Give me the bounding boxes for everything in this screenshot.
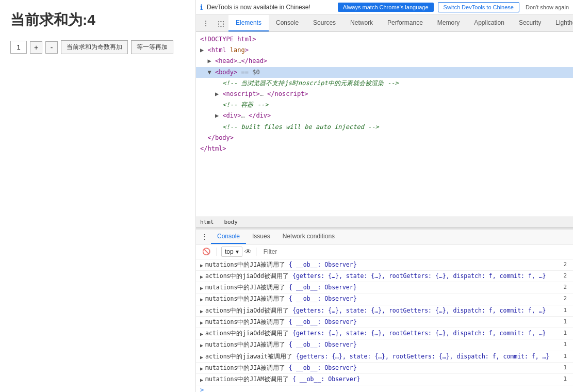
breadcrumb-html[interactable]: html xyxy=(200,219,214,225)
html-line: <!-- 当浏览器不支持js时noscript中的元素就会被渲染 --> xyxy=(196,78,573,89)
log-entry[interactable]: ▶mutations中的JIA被调用了 { __ob__: Observer}1 xyxy=(196,363,573,374)
log-text: actions中的jiawait被调用了 {getters: {…}, stat… xyxy=(205,352,561,361)
log-text: mutations中的JIA被调用了 { __ob__: Observer} xyxy=(205,364,561,372)
tab-elements[interactable]: Elements xyxy=(228,15,269,31)
breadcrumb-body[interactable]: body xyxy=(224,219,238,225)
html-line: </body> xyxy=(196,133,573,143)
log-badge: 1 xyxy=(561,340,569,349)
match-language-button[interactable]: Always match Chrome's language xyxy=(338,3,434,12)
html-line: <!-- 容器 --> xyxy=(196,100,573,110)
tab-network[interactable]: Network xyxy=(343,15,380,31)
tab-security[interactable]: Security xyxy=(512,15,548,31)
console-log[interactable]: ▶mutations中的JIA被调用了 { __ob__: Observer}2… xyxy=(196,259,573,392)
expand-arrow-icon[interactable]: ▶ xyxy=(200,295,203,303)
expand-arrow-icon[interactable]: ▶ xyxy=(200,375,203,384)
expand-arrow-icon[interactable]: ▶ xyxy=(200,260,203,269)
expand-arrow-icon[interactable]: ▶ xyxy=(200,340,203,349)
log-text: actions中的jiaOdd被调用了 {getters: {…}, state… xyxy=(205,329,561,338)
top-selector[interactable]: top ▾ xyxy=(221,247,242,257)
console-prompt[interactable]: > xyxy=(196,385,573,392)
log-text: mutations中的JIA被调用了 { __ob__: Observer} xyxy=(205,340,561,349)
log-badge: 2 xyxy=(561,260,569,269)
html-line: </html> xyxy=(196,143,573,154)
log-entry[interactable]: ▶mutations中的JIA被调用了 { __ob__: Observer}2 xyxy=(196,282,573,293)
log-badge: 1 xyxy=(561,306,569,315)
expand-arrow-icon[interactable]: ▶ xyxy=(200,283,203,292)
notification-bar: ℹ DevTools is now available in Chinese! … xyxy=(196,0,573,15)
console-section: ⋮ Console Issues Network conditions 🚫 to… xyxy=(196,230,573,392)
expand-arrow-icon[interactable]: ▶ xyxy=(200,306,203,315)
menu-icon[interactable]: ⋮ xyxy=(198,16,214,30)
console-tab-network-conditions[interactable]: Network conditions xyxy=(276,230,341,244)
clear-console-button[interactable]: 🚫 xyxy=(200,247,212,256)
html-line: <!DOCTYPE html> xyxy=(196,34,573,45)
log-badge: 1 xyxy=(561,329,569,338)
log-entry[interactable]: ▶actions中的jiaOdd被调用了 {getters: {…}, stat… xyxy=(196,305,573,317)
dont-show-link[interactable]: Don't show again xyxy=(526,4,569,10)
console-menu-icon[interactable]: ⋮ xyxy=(198,231,211,242)
tab-sources[interactable]: Sources xyxy=(306,15,343,31)
log-badge: 2 xyxy=(561,283,569,292)
log-badge: 2 xyxy=(561,295,569,303)
separator2 xyxy=(256,248,256,256)
log-text: mutations中的JIA被调用了 { __ob__: Observer} xyxy=(205,283,561,292)
info-icon: ℹ xyxy=(200,3,203,11)
html-line: <!-- built files will be auto injected -… xyxy=(196,122,573,133)
odd-add-button[interactable]: 当前求和为奇数再加 xyxy=(61,40,128,54)
expand-arrow-icon[interactable]: ▶ xyxy=(200,364,203,372)
html-line: ▶ <noscript>… </noscript> xyxy=(196,89,573,100)
chevron-down-icon: ▾ xyxy=(236,248,239,255)
eye-icon[interactable]: 👁 xyxy=(244,248,252,256)
log-text: actions中的jiaOdd被调用了 {getters: {…}, state… xyxy=(205,272,561,281)
log-entry[interactable]: ▶actions中的jiaOdd被调用了 {getters: {…}, stat… xyxy=(196,271,573,282)
left-panel: 当前求和为:4 1 + - 当前求和为奇数再加 等一等再加 xyxy=(0,0,196,392)
tab-console[interactable]: Console xyxy=(269,15,306,31)
breadcrumb: html body xyxy=(196,217,573,227)
console-tab-console[interactable]: Console xyxy=(211,230,246,244)
tab-application[interactable]: Application xyxy=(467,15,512,31)
log-text: mutations中的JIAM被调用了 { __ob__: Observer} xyxy=(205,375,561,384)
expand-arrow-icon[interactable]: ▶ xyxy=(200,272,203,281)
log-entry[interactable]: ▶mutations中的JIA被调用了 { __ob__: Observer}2 xyxy=(196,293,573,305)
log-text: mutations中的JIA被调用了 { __ob__: Observer} xyxy=(205,295,561,303)
value-display: 1 xyxy=(10,41,27,54)
html-line: ▶ <div>… </div> xyxy=(196,110,573,121)
elements-panel[interactable]: <!DOCTYPE html> ▶ <html lang> ▶ <head>…<… xyxy=(196,32,573,217)
log-badge: 1 xyxy=(561,364,569,372)
increment-button[interactable]: + xyxy=(30,41,42,54)
log-entry[interactable]: ▶actions中的jiaOdd被调用了 {getters: {…}, stat… xyxy=(196,328,573,339)
log-entry[interactable]: ▶mutations中的JIA被调用了 { __ob__: Observer}1 xyxy=(196,339,573,351)
log-badge: 1 xyxy=(561,375,569,384)
decrement-button[interactable]: - xyxy=(45,41,58,54)
filter-input[interactable] xyxy=(260,247,569,256)
html-line: ▶ <head>…</head> xyxy=(196,56,573,67)
tab-lighthouse[interactable]: Lighthouse xyxy=(548,15,573,31)
tab-memory[interactable]: Memory xyxy=(430,15,467,31)
log-badge: 1 xyxy=(561,318,569,326)
log-entry[interactable]: ▶mutations中的JIA被调用了 { __ob__: Observer}2 xyxy=(196,259,573,271)
log-entry[interactable]: ▶mutations中的JIAM被调用了 { __ob__: Observer}… xyxy=(196,374,573,385)
console-panel: ⋮ Console Issues Network conditions 🚫 to… xyxy=(196,230,573,392)
log-entry[interactable]: ▶mutations中的JIA被调用了 { __ob__: Observer}1 xyxy=(196,317,573,328)
controls: 1 + - 当前求和为奇数再加 等一等再加 xyxy=(10,40,185,54)
console-toolbar: 🚫 top ▾ 👁 xyxy=(196,244,573,259)
expand-arrow-icon[interactable]: ▶ xyxy=(200,329,203,338)
app-title: 当前求和为:4 xyxy=(10,10,185,30)
log-entry[interactable]: ▶actions中的jiawait被调用了 {getters: {…}, sta… xyxy=(196,351,573,363)
expand-arrow-icon[interactable]: ▶ xyxy=(200,318,203,326)
html-line-body: ▼ <body> == $0 xyxy=(196,67,573,78)
console-tab-issues[interactable]: Issues xyxy=(246,230,276,244)
wait-add-button[interactable]: 等一等再加 xyxy=(131,40,173,54)
devtools-panel: ℹ DevTools is now available in Chinese! … xyxy=(196,0,573,392)
inspect-icon[interactable]: ⬚ xyxy=(214,16,228,30)
html-line: ▶ <html lang> xyxy=(196,45,573,56)
switch-chinese-button[interactable]: Switch DevTools to Chinese xyxy=(438,2,519,12)
log-text: mutations中的JIA被调用了 { __ob__: Observer} xyxy=(205,260,561,269)
log-text: actions中的jiaOdd被调用了 {getters: {…}, state… xyxy=(205,306,561,315)
console-tabs: ⋮ Console Issues Network conditions xyxy=(196,230,573,244)
separator xyxy=(217,248,217,256)
log-badge: 2 xyxy=(561,272,569,281)
tab-performance[interactable]: Performance xyxy=(380,15,430,31)
elements-section: <!DOCTYPE html> ▶ <html lang> ▶ <head>…<… xyxy=(196,32,573,227)
expand-arrow-icon[interactable]: ▶ xyxy=(200,352,203,361)
